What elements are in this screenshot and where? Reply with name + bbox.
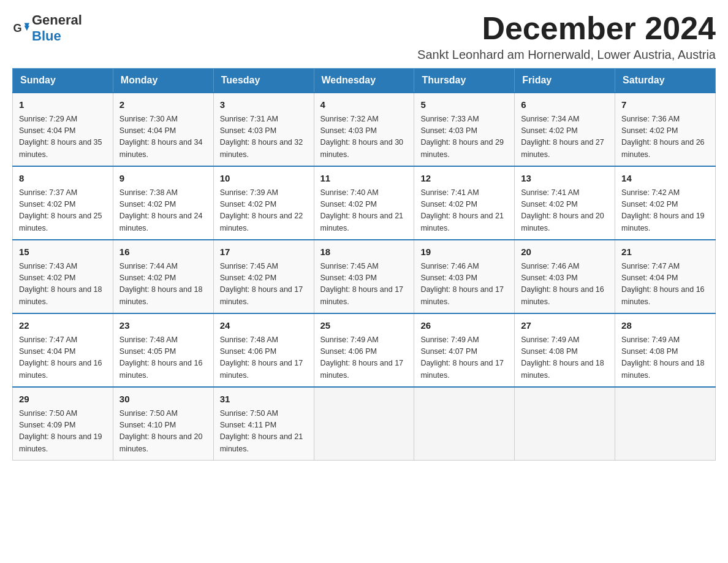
table-row: 19Sunrise: 7:46 AMSunset: 4:03 PMDayligh…: [414, 240, 515, 313]
day-number: 29: [19, 393, 107, 407]
day-number: 9: [119, 172, 207, 186]
header-sunday: Sunday: [13, 69, 113, 93]
table-row: 23Sunrise: 7:48 AMSunset: 4:05 PMDayligh…: [113, 313, 213, 387]
day-number: 25: [320, 319, 408, 333]
table-row: 29Sunrise: 7:50 AMSunset: 4:09 PMDayligh…: [13, 387, 113, 461]
day-info: Sunrise: 7:49 AMSunset: 4:08 PMDaylight:…: [621, 334, 709, 382]
day-number: 15: [19, 245, 107, 259]
day-number: 31: [220, 393, 308, 407]
day-info: Sunrise: 7:50 AMSunset: 4:09 PMDaylight:…: [19, 408, 107, 456]
header-saturday: Saturday: [615, 69, 716, 93]
day-number: 6: [521, 98, 609, 112]
table-row: 30Sunrise: 7:50 AMSunset: 4:10 PMDayligh…: [113, 387, 213, 461]
day-number: 18: [320, 245, 408, 259]
day-info: Sunrise: 7:49 AMSunset: 4:07 PMDaylight:…: [420, 334, 508, 382]
day-number: 8: [19, 172, 107, 186]
day-number: 11: [320, 172, 408, 186]
table-row: [414, 387, 515, 461]
day-number: 19: [420, 245, 508, 259]
day-info: Sunrise: 7:39 AMSunset: 4:02 PMDaylight:…: [220, 187, 308, 235]
day-info: Sunrise: 7:42 AMSunset: 4:02 PMDaylight:…: [621, 187, 709, 235]
header-monday: Monday: [113, 69, 213, 93]
logo: G General Blue: [12, 12, 82, 44]
day-info: Sunrise: 7:31 AMSunset: 4:03 PMDaylight:…: [220, 113, 308, 161]
day-number: 23: [119, 319, 207, 333]
page-header: G General Blue December 2024 Sankt Leonh…: [12, 12, 716, 62]
day-number: 5: [420, 98, 508, 112]
day-number: 2: [119, 98, 207, 112]
calendar-week-row: 22Sunrise: 7:47 AMSunset: 4:04 PMDayligh…: [13, 313, 716, 387]
day-info: Sunrise: 7:47 AMSunset: 4:04 PMDaylight:…: [621, 261, 709, 308]
day-info: Sunrise: 7:41 AMSunset: 4:02 PMDaylight:…: [420, 187, 508, 235]
day-info: Sunrise: 7:29 AMSunset: 4:04 PMDaylight:…: [19, 113, 107, 161]
table-row: 3Sunrise: 7:31 AMSunset: 4:03 PMDaylight…: [213, 93, 314, 166]
day-info: Sunrise: 7:49 AMSunset: 4:06 PMDaylight:…: [320, 334, 408, 382]
table-row: 24Sunrise: 7:48 AMSunset: 4:06 PMDayligh…: [213, 313, 314, 387]
table-row: 2Sunrise: 7:30 AMSunset: 4:04 PMDaylight…: [113, 93, 213, 166]
day-number: 17: [220, 245, 308, 259]
table-row: 13Sunrise: 7:41 AMSunset: 4:02 PMDayligh…: [515, 166, 615, 240]
table-row: 22Sunrise: 7:47 AMSunset: 4:04 PMDayligh…: [13, 313, 113, 387]
table-row: 12Sunrise: 7:41 AMSunset: 4:02 PMDayligh…: [414, 166, 515, 240]
header-thursday: Thursday: [414, 69, 515, 93]
day-info: Sunrise: 7:33 AMSunset: 4:03 PMDaylight:…: [420, 113, 508, 161]
day-info: Sunrise: 7:48 AMSunset: 4:05 PMDaylight:…: [119, 334, 207, 382]
day-info: Sunrise: 7:38 AMSunset: 4:02 PMDaylight:…: [119, 187, 207, 235]
day-info: Sunrise: 7:45 AMSunset: 4:02 PMDaylight:…: [220, 261, 308, 308]
day-info: Sunrise: 7:30 AMSunset: 4:04 PMDaylight:…: [119, 113, 207, 161]
day-info: Sunrise: 7:47 AMSunset: 4:04 PMDaylight:…: [19, 334, 107, 382]
day-number: 7: [621, 98, 709, 112]
logo-icon: G: [12, 20, 29, 37]
day-info: Sunrise: 7:45 AMSunset: 4:03 PMDaylight:…: [320, 261, 408, 308]
table-row: 9Sunrise: 7:38 AMSunset: 4:02 PMDaylight…: [113, 166, 213, 240]
header-tuesday: Tuesday: [213, 69, 314, 93]
day-number: 13: [521, 172, 609, 186]
day-number: 10: [220, 172, 308, 186]
day-number: 24: [220, 319, 308, 333]
calendar-week-row: 8Sunrise: 7:37 AMSunset: 4:02 PMDaylight…: [13, 166, 716, 240]
day-number: 22: [19, 319, 107, 333]
day-info: Sunrise: 7:46 AMSunset: 4:03 PMDaylight:…: [521, 261, 609, 308]
svg-marker-2: [25, 26, 29, 31]
calendar-body: 1Sunrise: 7:29 AMSunset: 4:04 PMDaylight…: [13, 93, 716, 461]
day-number: 12: [420, 172, 508, 186]
day-info: Sunrise: 7:44 AMSunset: 4:02 PMDaylight:…: [119, 261, 207, 308]
location-subtitle: Sankt Leonhard am Hornerwald, Lower Aust…: [417, 48, 716, 62]
day-info: Sunrise: 7:43 AMSunset: 4:02 PMDaylight:…: [19, 261, 107, 308]
calendar-week-row: 1Sunrise: 7:29 AMSunset: 4:04 PMDaylight…: [13, 93, 716, 166]
day-info: Sunrise: 7:36 AMSunset: 4:02 PMDaylight:…: [621, 113, 709, 161]
calendar-table: Sunday Monday Tuesday Wednesday Thursday…: [12, 68, 716, 461]
table-row: 6Sunrise: 7:34 AMSunset: 4:02 PMDaylight…: [515, 93, 615, 166]
table-row: 20Sunrise: 7:46 AMSunset: 4:03 PMDayligh…: [515, 240, 615, 313]
calendar-week-row: 29Sunrise: 7:50 AMSunset: 4:09 PMDayligh…: [13, 387, 716, 461]
title-section: December 2024 Sankt Leonhard am Hornerwa…: [417, 12, 716, 62]
table-row: 7Sunrise: 7:36 AMSunset: 4:02 PMDaylight…: [615, 93, 716, 166]
month-title: December 2024: [417, 12, 716, 44]
day-info: Sunrise: 7:49 AMSunset: 4:08 PMDaylight:…: [521, 334, 609, 382]
table-row: [314, 387, 414, 461]
day-number: 30: [119, 393, 207, 407]
logo-text-blue: Blue: [32, 28, 61, 44]
header-friday: Friday: [515, 69, 615, 93]
calendar-header: Sunday Monday Tuesday Wednesday Thursday…: [13, 69, 716, 93]
table-row: 31Sunrise: 7:50 AMSunset: 4:11 PMDayligh…: [213, 387, 314, 461]
header-wednesday: Wednesday: [314, 69, 414, 93]
table-row: 4Sunrise: 7:32 AMSunset: 4:03 PMDaylight…: [314, 93, 414, 166]
day-info: Sunrise: 7:50 AMSunset: 4:11 PMDaylight:…: [220, 408, 308, 456]
table-row: [515, 387, 615, 461]
table-row: 18Sunrise: 7:45 AMSunset: 4:03 PMDayligh…: [314, 240, 414, 313]
table-row: 10Sunrise: 7:39 AMSunset: 4:02 PMDayligh…: [213, 166, 314, 240]
calendar-week-row: 15Sunrise: 7:43 AMSunset: 4:02 PMDayligh…: [13, 240, 716, 313]
day-info: Sunrise: 7:40 AMSunset: 4:02 PMDaylight:…: [320, 187, 408, 235]
day-info: Sunrise: 7:32 AMSunset: 4:03 PMDaylight:…: [320, 113, 408, 161]
table-row: 11Sunrise: 7:40 AMSunset: 4:02 PMDayligh…: [314, 166, 414, 240]
day-info: Sunrise: 7:34 AMSunset: 4:02 PMDaylight:…: [521, 113, 609, 161]
table-row: 5Sunrise: 7:33 AMSunset: 4:03 PMDaylight…: [414, 93, 515, 166]
table-row: 28Sunrise: 7:49 AMSunset: 4:08 PMDayligh…: [615, 313, 716, 387]
day-info: Sunrise: 7:48 AMSunset: 4:06 PMDaylight:…: [220, 334, 308, 382]
day-number: 14: [621, 172, 709, 186]
header-row: Sunday Monday Tuesday Wednesday Thursday…: [13, 69, 716, 93]
table-row: 25Sunrise: 7:49 AMSunset: 4:06 PMDayligh…: [314, 313, 414, 387]
table-row: 8Sunrise: 7:37 AMSunset: 4:02 PMDaylight…: [13, 166, 113, 240]
table-row: 26Sunrise: 7:49 AMSunset: 4:07 PMDayligh…: [414, 313, 515, 387]
